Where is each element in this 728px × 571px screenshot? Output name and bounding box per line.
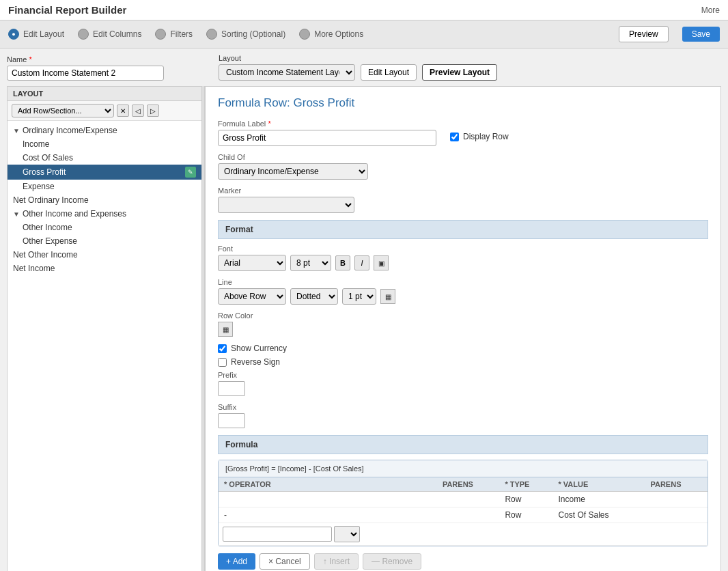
- formula-expression: [Gross Profit] = [Income] - [Cost Of Sal…: [219, 460, 708, 477]
- row2-type: Row: [499, 507, 552, 523]
- step-dot-4: [206, 29, 217, 40]
- insert-button: ↑ Insert: [314, 553, 359, 570]
- action-bar: + Add × Cancel ↑ Insert — Remove: [218, 549, 708, 571]
- row2-parens-left: [437, 507, 500, 523]
- row1-parens-left: [437, 492, 500, 507]
- top-bar: Financial Report Builder More: [0, 0, 728, 20]
- line-style-select[interactable]: Dotted Solid Dashed: [290, 288, 338, 305]
- save-button[interactable]: Save: [682, 27, 720, 42]
- row1-value: Income: [552, 492, 645, 507]
- formula-label-row: Formula Label * Display Row: [218, 120, 708, 146]
- cancel-button[interactable]: × Cancel: [260, 553, 310, 570]
- bold-button[interactable]: B: [335, 255, 350, 270]
- move-up-icon-btn[interactable]: ◁: [132, 105, 144, 117]
- sidebar-item-income[interactable]: Income: [8, 137, 201, 151]
- gross-profit-label: Gross Profit: [23, 167, 66, 177]
- show-currency-checkbox[interactable]: [218, 344, 227, 353]
- step-dot-2: [78, 29, 89, 40]
- sidebar-item-net-income[interactable]: Net Income: [8, 262, 201, 275]
- layout-select[interactable]: Custom Income Statement Layout(US): [219, 64, 355, 81]
- reverse-sign-checkbox[interactable]: [218, 358, 227, 367]
- sidebar-item-expense[interactable]: Expense: [8, 180, 201, 193]
- line-position-select[interactable]: Above Row Below Row None: [218, 288, 286, 305]
- triangle-icon: ▼: [13, 127, 20, 135]
- italic-button[interactable]: I: [354, 255, 369, 270]
- edit-layout-button[interactable]: Edit Layout: [361, 64, 417, 81]
- col-value: * VALUE: [552, 477, 645, 492]
- sidebar-item-cost-of-sales[interactable]: Cost Of Sales: [8, 151, 201, 165]
- line-label: Line: [218, 278, 708, 286]
- sidebar: LAYOUT Add Row/Section... ✕ ◁ ▷ ▼ Ordina…: [7, 86, 201, 571]
- delete-icon-btn[interactable]: ✕: [117, 105, 129, 117]
- sidebar-item-other-income-expenses[interactable]: ▼ Other Income and Expenses: [8, 207, 201, 221]
- row-color-picker[interactable]: ▦: [218, 322, 233, 337]
- wizard-step-edit-layout[interactable]: ● Edit Layout: [8, 29, 64, 40]
- triangle-icon-2: ▼: [13, 210, 20, 218]
- name-input[interactable]: [7, 66, 164, 81]
- line-width-select[interactable]: 1 pt 2 pt: [342, 288, 376, 305]
- font-color-icon: ▣: [378, 260, 384, 267]
- wizard-bar: ● Edit Layout Edit Columns Filters Sorti…: [0, 20, 728, 48]
- preview-button[interactable]: Preview: [619, 26, 669, 42]
- display-row-checkbox-label[interactable]: Display Row: [450, 132, 509, 141]
- line-color-icon: ▦: [385, 293, 391, 301]
- new-operator-select[interactable]: + - * /: [334, 526, 360, 542]
- sidebar-item-gross-profit[interactable]: Gross Profit ✎: [8, 165, 201, 180]
- formula-label-input[interactable]: [218, 130, 436, 146]
- row-color-label: Row Color: [218, 311, 708, 320]
- font-family-select[interactable]: Arial: [218, 255, 286, 271]
- sidebar-item-other-income[interactable]: Other Income: [8, 221, 201, 234]
- row1-operator: [219, 492, 437, 507]
- child-of-row: Child Of Ordinary Income/Expense: [218, 153, 708, 180]
- font-color-picker[interactable]: ▣: [374, 255, 389, 270]
- sidebar-item-net-other-income[interactable]: Net Other Income: [8, 248, 201, 262]
- wizard-step-filters[interactable]: Filters: [155, 29, 193, 40]
- row1-type: Row: [499, 492, 552, 507]
- step-label-1: Edit Layout: [23, 29, 64, 39]
- name-label: Name *: [7, 55, 164, 64]
- display-row-checkbox[interactable]: [450, 133, 459, 141]
- child-of-label: Child Of: [218, 153, 708, 161]
- col-type: * TYPE: [499, 477, 552, 492]
- step-label-3: Filters: [170, 29, 193, 39]
- line-row: Line Above Row Below Row None Dotted Sol…: [218, 278, 708, 305]
- prefix-input[interactable]: [218, 381, 245, 396]
- more-link[interactable]: More: [701, 5, 720, 15]
- formula-table: * OPERATOR PARENS * TYPE * VALUE PARENS …: [219, 477, 708, 546]
- preview-layout-button[interactable]: Preview Layout: [422, 64, 497, 81]
- right-panel: Formula Row: Gross Profit Formula Label …: [205, 86, 721, 571]
- sidebar-item-ordinary-income-expense[interactable]: ▼ Ordinary Income/Expense: [8, 124, 201, 137]
- add-row-select[interactable]: Add Row/Section...: [12, 104, 114, 117]
- marker-select[interactable]: [218, 197, 354, 213]
- formula-label-label: Formula Label *: [218, 120, 436, 128]
- new-operator-input[interactable]: [223, 527, 332, 542]
- move-down-icon-btn[interactable]: ▷: [147, 105, 159, 117]
- name-layout-row: Name * Layout Custom Income Statement La…: [0, 48, 728, 81]
- prefix-label: Prefix: [218, 371, 708, 379]
- wizard-step-edit-columns[interactable]: Edit Columns: [78, 29, 141, 40]
- row-color-row: Row Color ▦: [218, 311, 708, 337]
- col-parens-right: PARENS: [645, 477, 708, 492]
- suffix-input[interactable]: [218, 413, 245, 428]
- reverse-sign-row: Reverse Sign: [218, 357, 708, 367]
- font-size-select[interactable]: 8 pt: [290, 255, 331, 271]
- font-row: Font Arial 8 pt B I ▣: [218, 245, 708, 271]
- sidebar-item-label: Ordinary Income/Expense: [23, 126, 117, 135]
- line-color-picker[interactable]: ▦: [380, 289, 395, 304]
- sidebar-item-net-ordinary-income[interactable]: Net Ordinary Income: [8, 193, 201, 207]
- step-dot-1: ●: [8, 29, 19, 40]
- suffix-row: Suffix: [218, 403, 708, 428]
- child-of-select[interactable]: Ordinary Income/Expense: [218, 163, 368, 180]
- formula-row-2: - Row Cost Of Sales: [219, 507, 708, 523]
- add-button[interactable]: + Add: [218, 553, 255, 570]
- sidebar-label: LAYOUT: [8, 87, 201, 101]
- sidebar-item-other-expense[interactable]: Other Expense: [8, 234, 201, 248]
- font-label: Font: [218, 245, 708, 253]
- edit-pencil-icon: ✎: [185, 167, 196, 178]
- sidebar-toolbar: Add Row/Section... ✕ ◁ ▷: [8, 101, 201, 121]
- wizard-step-sorting[interactable]: Sorting (Optional): [206, 29, 285, 40]
- panel-title: Formula Row: Gross Profit: [218, 96, 708, 110]
- row2-value: Cost Of Sales: [552, 507, 645, 523]
- step-label-5: More Options: [314, 29, 363, 39]
- wizard-step-more-options[interactable]: More Options: [299, 29, 363, 40]
